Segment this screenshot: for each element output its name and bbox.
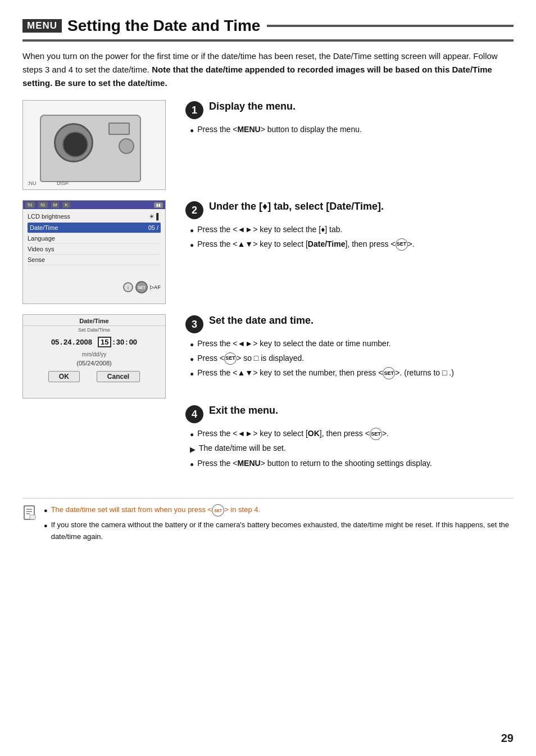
step1-header: 1 Display the menu. <box>185 100 514 119</box>
step4-arrow1: ▶ The date/time will be set. <box>190 442 514 455</box>
page-number: 29 <box>501 732 514 745</box>
menu-tab4: K <box>62 202 70 208</box>
dt-subtitle: Set Date/Time <box>23 326 165 334</box>
bullet-icon: ● <box>190 459 194 470</box>
camera-lens-inner <box>62 132 88 157</box>
dt-day: 24 <box>63 338 71 346</box>
footer-note2-text: If you store the camera without the batt… <box>51 519 514 543</box>
step4-arrow1-text: The date/time will be set. <box>199 442 514 455</box>
menu-row-language-label: Language <box>28 235 55 242</box>
step1-image: :NU DISP. <box>22 100 180 194</box>
step2-bullet2-text: Press the <▲▼> key to select [Date/Time]… <box>197 238 514 251</box>
menu-row-sense-label: Sense <box>28 256 45 263</box>
step4-number: 4 <box>185 405 203 423</box>
dt-year: 2008 <box>76 338 92 346</box>
camera-lens <box>54 123 93 162</box>
step3-bullet3-text: Press the <▲▼> key to set the number, th… <box>197 367 514 379</box>
step2-block: 2 Under the [♦] tab, select [Date/Time].… <box>185 200 514 251</box>
bullet-icon: ● <box>44 506 48 516</box>
menu-row-datetime-value: 05 / <box>148 224 158 231</box>
camera-menu-label: :NU <box>28 180 37 186</box>
step4-bullet1-text: Press the <◄►> key to select [OK], then … <box>197 428 514 440</box>
menu-tab2: 51 <box>38 202 48 208</box>
menu-badge: MENU <box>22 19 62 33</box>
step1-title: Display the menu. <box>209 100 296 113</box>
dt-month: 05 <box>51 338 59 346</box>
dt-sep3: : <box>112 338 115 346</box>
af-label: ▷AF <box>150 284 161 290</box>
step3-title: Set the date and time. <box>209 314 314 327</box>
dt-value-row: 05 . 24 . 2008 15 : 30 : 00 <box>23 334 165 350</box>
datetime-screen: Date/Time Set Date/Time 05 . 24 . 2008 1… <box>22 314 166 399</box>
footer-note1-text: The date/time set will start from when y… <box>51 504 260 517</box>
title-bar-line <box>267 25 514 27</box>
arrow-icon: ▶ <box>190 444 196 455</box>
bullet-icon: ● <box>190 429 194 440</box>
bullet-icon: ● <box>190 225 194 236</box>
set-icon: SET <box>212 504 224 517</box>
camera-disp-label: DISP. <box>57 180 69 186</box>
menu-rows: LCD brightness ☀ ▌ Date/Time 05 / Langua… <box>23 209 165 268</box>
step3-row: Date/Time Set Date/Time 05 . 24 . 2008 1… <box>22 314 514 399</box>
footer-note1: ● The date/time set will start from when… <box>44 504 514 517</box>
step2-bullet1-text: Press the <◄►> key to select the [♦] tab… <box>197 224 514 236</box>
menu-row-datetime: Date/Time 05 / <box>28 223 161 233</box>
menu-row-datetime-label: Date/Time <box>30 224 58 231</box>
step1-block: 1 Display the menu. ● Press the <MENU> b… <box>185 100 514 136</box>
step3-bullet2: ● Press <SET> so □ is displayed. <box>190 352 514 365</box>
step2-content: 2 Under the [♦] tab, select [Date/Time].… <box>185 200 514 309</box>
footer-note-area: ● The date/time set will start from when… <box>22 498 514 546</box>
footer-notes-list: ● The date/time set will start from when… <box>44 504 514 546</box>
step2-header: 2 Under the [♦] tab, select [Date/Time]. <box>185 200 514 219</box>
set-icon: SET <box>396 238 408 251</box>
dt-ok-button[interactable]: OK <box>48 371 80 382</box>
set-icon: SET <box>370 428 382 440</box>
footer-note2: ● If you store the camera without the ba… <box>44 519 514 543</box>
step3-block: 3 Set the date and time. ● Press the <◄►… <box>185 314 514 379</box>
set-button-icon: SET <box>135 281 148 293</box>
menu-screen-header: 51 51 M K ▮▮ <box>23 201 165 209</box>
note-svg-icon <box>22 505 38 521</box>
step4-bullets: ● Press the <◄►> key to select [OK], the… <box>185 428 514 470</box>
step3-bullet2-text: Press <SET> so □ is displayed. <box>197 352 514 365</box>
step4-image-empty <box>22 404 180 482</box>
page-title: Setting the Date and Time <box>67 17 260 35</box>
menu-row-lcd-label: LCD brightness <box>28 213 70 220</box>
step4-bullet2-text: Press the <MENU> button to return to the… <box>197 458 514 470</box>
step1-content: 1 Display the menu. ● Press the <MENU> b… <box>185 100 514 194</box>
step2-bullet1: ● Press the <◄►> key to select the [♦] t… <box>190 224 514 236</box>
intro-paragraph: When you turn on the power for the first… <box>22 49 514 90</box>
camera-illustration: :NU DISP. <box>22 100 166 190</box>
menu-row-video-label: Video sys <box>28 246 54 252</box>
menu-tab1: 51 <box>25 202 35 208</box>
dt-sep1: . <box>60 338 62 346</box>
menu-row-sense: Sense <box>28 255 161 265</box>
dt-buttons: OK Cancel <box>23 368 165 386</box>
step3-image: Date/Time Set Date/Time 05 . 24 . 2008 1… <box>22 314 180 399</box>
step3-bullets: ● Press the <◄►> key to select the date … <box>185 338 514 379</box>
dt-title: Date/Time <box>23 315 165 326</box>
bullet-icon: ● <box>190 125 194 136</box>
step4-bullet1: ● Press the <◄►> key to select [OK], the… <box>190 428 514 440</box>
bullet-icon: ● <box>44 521 48 531</box>
step1-bullets: ● Press the <MENU> button to display the… <box>185 124 514 136</box>
menu-icons-row: ↕ SET ▷AF <box>123 281 161 293</box>
svg-rect-4 <box>30 515 35 519</box>
bullet-icon: ● <box>190 339 194 350</box>
set-icon: SET <box>224 352 237 365</box>
step4-header: 4 Exit the menu. <box>185 404 514 423</box>
camera-viewfinder <box>108 123 130 135</box>
step1-bullet1: ● Press the <MENU> button to display the… <box>190 124 514 136</box>
dt-cancel-button[interactable]: Cancel <box>97 371 140 382</box>
step3-bullet1-text: Press the <◄►> key to select the date or… <box>197 338 514 350</box>
step1-bullet1-text: Press the <MENU> button to display the m… <box>197 124 514 136</box>
menu-row-video: Video sys <box>28 244 161 255</box>
dt-date-display: (05/24/2008) <box>23 359 165 368</box>
set-icon: SET <box>383 367 395 379</box>
menu-row-lcd-value: ☀ ▌ <box>149 213 161 220</box>
step2-bullets: ● Press the <◄►> key to select the [♦] t… <box>185 224 514 251</box>
menu-row-lcd: LCD brightness ☀ ▌ <box>28 211 161 223</box>
step1-number: 1 <box>185 101 203 119</box>
note-icon <box>22 505 38 526</box>
step4-bullet2: ● Press the <MENU> button to return to t… <box>190 458 514 470</box>
